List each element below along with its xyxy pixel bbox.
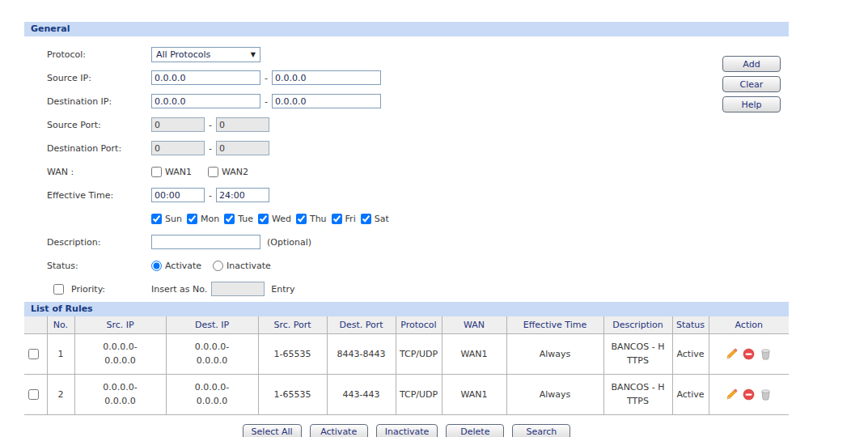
row-2-src-ip: 0.0.0.0- 0.0.0.0 [74, 374, 166, 414]
range-separator: - [265, 73, 268, 83]
source-port-label: Source Port: [24, 120, 151, 130]
destination-ip-from-input[interactable] [151, 94, 260, 108]
table-row: 1 0.0.0.0- 0.0.0.0 0.0.0.0- 0.0.0.0 1-65… [24, 333, 789, 374]
table-header-row: No. Src. IP Dest. IP Src. Port Dest. Por… [24, 316, 789, 333]
wan1-checkbox-label: WAN1 [165, 167, 192, 177]
wan2-checkbox[interactable] [208, 167, 218, 177]
description-row: Description: (Optional) [24, 234, 789, 250]
col-src-ip: Src. IP [74, 316, 166, 333]
destination-ip-label: Destination IP: [24, 96, 151, 107]
priority-entry-input [211, 282, 265, 296]
day-sat-checkbox[interactable] [361, 214, 371, 224]
range-separator: - [209, 120, 212, 130]
status-activate-label: Activate [165, 261, 201, 271]
rules-section-title: List of Rules [24, 302, 789, 316]
status-inactivate-label: Inactivate [227, 261, 271, 271]
wan-label: WAN : [24, 167, 151, 177]
description-input[interactable] [151, 235, 260, 249]
range-separator: - [265, 96, 268, 107]
protocol-select-value: All Protocols [156, 49, 210, 60]
general-section-title: General [24, 22, 789, 36]
day-wed-checkbox[interactable] [258, 214, 269, 224]
destination-ip-to-input[interactable] [272, 94, 381, 108]
description-label: Description: [24, 237, 151, 248]
source-port-to-input [216, 117, 269, 132]
effective-time-from-input[interactable] [151, 188, 205, 202]
day-mon-checkbox[interactable] [187, 214, 197, 224]
add-button[interactable]: Add [722, 56, 781, 72]
status-row: Status: Activate Inactivate [24, 257, 789, 274]
insert-as-no-label: Insert as No. [151, 284, 207, 295]
destination-ip-row: Destination IP: - [24, 93, 789, 109]
wan2-checkbox-label: WAN2 [222, 167, 248, 177]
source-ip-to-input[interactable] [272, 70, 381, 85]
row-1-src-port: 1-65535 [258, 333, 327, 374]
status-label: Status: [24, 261, 151, 271]
source-port-row: Source Port: - [24, 117, 789, 133]
day-fri-checkbox[interactable] [332, 214, 342, 224]
wan-row: WAN : WAN1 WAN2 [24, 163, 789, 180]
select-column-header [24, 316, 47, 333]
row-1-checkbox[interactable] [28, 349, 39, 359]
col-no: No. [47, 316, 74, 333]
delete-button[interactable]: Delete [446, 424, 504, 437]
col-src-port: Src. Port [258, 316, 327, 333]
disable-icon[interactable] [743, 348, 755, 360]
status-inactivate-radio[interactable] [213, 261, 223, 271]
edit-icon[interactable] [726, 348, 738, 360]
side-button-stack: Add Clear Help [722, 56, 781, 112]
source-ip-from-input[interactable] [151, 70, 260, 85]
rules-table: No. Src. IP Dest. IP Src. Port Dest. Por… [24, 316, 789, 415]
row-2-checkbox[interactable] [28, 389, 39, 400]
col-action: Action [709, 316, 789, 333]
day-sun-checkbox[interactable] [151, 214, 162, 224]
select-all-button[interactable]: Select All [243, 424, 302, 437]
clear-button[interactable]: Clear [722, 76, 781, 92]
effective-days-row: Sun Mon Tue Wed Thu Fri Sat [24, 210, 789, 227]
day-sun-label: Sun [165, 214, 182, 224]
table-row: 2 0.0.0.0- 0.0.0.0 0.0.0.0- 0.0.0.0 1-65… [24, 374, 789, 414]
wan1-checkbox[interactable] [151, 167, 162, 177]
day-fri-label: Fri [345, 214, 356, 224]
day-tue-checkbox[interactable] [224, 214, 235, 224]
row-2-dest-port: 443-443 [327, 374, 396, 414]
day-wed-label: Wed [272, 214, 291, 224]
protocol-label: Protocol: [24, 49, 151, 60]
row-1-no: 1 [47, 333, 74, 374]
day-thu-label: Thu [310, 214, 327, 224]
day-thu-checkbox[interactable] [296, 214, 307, 224]
effective-time-label: Effective Time: [24, 190, 151, 201]
protocol-select[interactable]: All Protocols ▼ [151, 47, 260, 62]
priority-label: Priority: [24, 284, 151, 295]
row-1-status: Active [672, 333, 709, 374]
col-description: Description [603, 316, 672, 333]
destination-port-row: Destination Port: - [24, 140, 789, 156]
row-1-dest-port: 8443-8443 [327, 333, 396, 374]
disable-icon[interactable] [743, 388, 755, 401]
priority-checkbox[interactable] [53, 284, 64, 295]
day-sat-label: Sat [375, 214, 389, 224]
row-2-status: Active [672, 374, 709, 414]
col-dest-port: Dest. Port [327, 316, 396, 333]
col-dest-ip: Dest. IP [166, 316, 258, 333]
row-1-protocol: TCP/UDP [396, 333, 442, 374]
status-activate-radio[interactable] [151, 261, 162, 271]
description-hint: (Optional) [267, 237, 311, 248]
page-content: General Protocol: All Protocols ▼ Source… [24, 22, 789, 437]
delete-icon[interactable] [760, 388, 772, 401]
activate-button[interactable]: Activate [310, 424, 368, 437]
entry-label: Entry [271, 284, 294, 295]
effective-time-row: Effective Time: - [24, 187, 789, 203]
effective-time-to-input[interactable] [216, 188, 269, 202]
row-2-wan: WAN1 [442, 374, 506, 414]
row-1-description: BANCOS - H TTPS [603, 333, 672, 374]
inactivate-button[interactable]: Inactivate [376, 424, 438, 437]
edit-icon[interactable] [726, 388, 738, 401]
delete-icon[interactable] [760, 348, 772, 360]
range-separator: - [209, 143, 212, 154]
help-button[interactable]: Help [722, 96, 781, 112]
col-status: Status [672, 316, 709, 333]
search-button[interactable]: Search [512, 424, 570, 437]
row-1-dest-ip: 0.0.0.0- 0.0.0.0 [166, 333, 258, 374]
destination-port-label: Destination Port: [24, 143, 151, 154]
